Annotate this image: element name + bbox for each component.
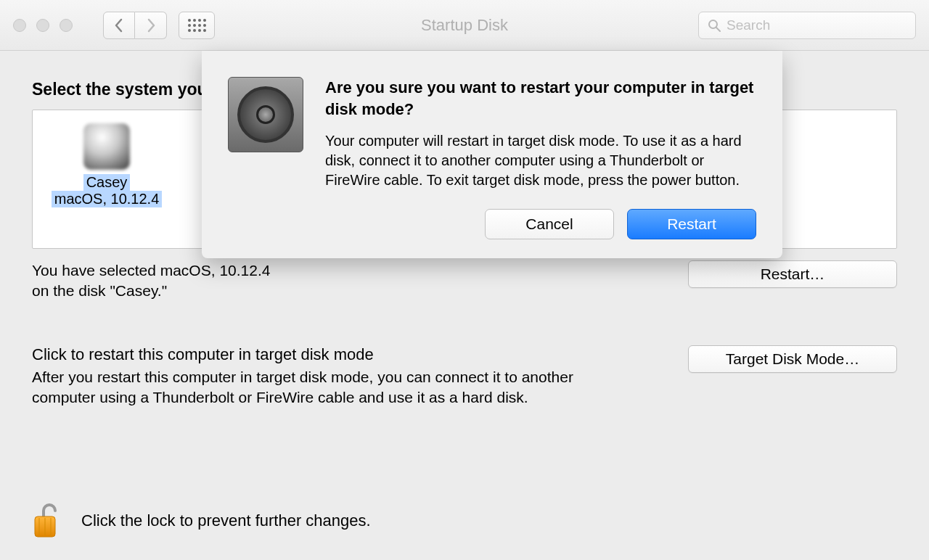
cancel-button[interactable]: Cancel — [485, 209, 614, 239]
tdm-description: After you restart this computer in targe… — [32, 367, 584, 408]
restart-button[interactable]: Restart… — [688, 260, 897, 288]
selection-status: You have selected macOS, 10.12.4 on the … — [32, 260, 270, 302]
tdm-title: Click to restart this computer in target… — [32, 345, 584, 364]
target-disk-mode-section: Click to restart this computer in target… — [32, 345, 897, 408]
status-row: You have selected macOS, 10.12.4 on the … — [32, 260, 897, 302]
window-title: Startup Disk — [421, 16, 508, 35]
back-button[interactable] — [103, 12, 135, 39]
show-all-button[interactable] — [179, 12, 215, 39]
zoom-window-button[interactable] — [60, 19, 73, 32]
forward-button[interactable] — [135, 12, 167, 39]
titlebar: Startup Disk — [0, 0, 929, 51]
disk-icon — [83, 123, 130, 170]
grid-icon — [188, 19, 206, 32]
close-window-button[interactable] — [13, 19, 26, 32]
target-disk-mode-button[interactable]: Target Disk Mode… — [688, 345, 897, 373]
traffic-lights — [13, 19, 73, 32]
search-field[interactable] — [698, 12, 916, 39]
disk-name: Casey — [83, 174, 131, 191]
chevron-left-icon — [114, 18, 124, 33]
system-preferences-icon — [228, 77, 303, 152]
minimize-window-button[interactable] — [36, 19, 49, 32]
nav-buttons — [103, 12, 167, 39]
lock-row: Click the lock to prevent further change… — [32, 502, 371, 540]
lock-label: Click the lock to prevent further change… — [81, 511, 371, 530]
disk-item-casey[interactable]: Casey macOS, 10.12.4 — [41, 123, 172, 207]
status-line1: You have selected macOS, 10.12.4 — [32, 262, 270, 279]
chevron-right-icon — [146, 18, 156, 33]
unlocked-lock-icon — [32, 502, 61, 540]
lock-button[interactable] — [32, 502, 61, 540]
dialog-title: Are you sure you want to restart your co… — [325, 77, 756, 120]
gear-icon — [237, 86, 294, 143]
disk-os-version: macOS, 10.12.4 — [52, 191, 163, 207]
confirm-dialog: Are you sure you want to restart your co… — [202, 51, 782, 258]
search-input[interactable] — [727, 17, 907, 33]
dialog-text: Your computer will restart in target dis… — [325, 131, 756, 190]
status-line2: on the disk "Casey." — [32, 282, 167, 299]
svg-line-1 — [716, 28, 720, 31]
restart-confirm-button[interactable]: Restart — [627, 209, 756, 239]
preferences-window: Startup Disk Select the system you want … — [0, 0, 929, 560]
dialog-buttons: Cancel Restart — [325, 209, 756, 239]
dialog-body: Are you sure you want to restart your co… — [325, 77, 756, 239]
search-icon — [708, 19, 721, 32]
